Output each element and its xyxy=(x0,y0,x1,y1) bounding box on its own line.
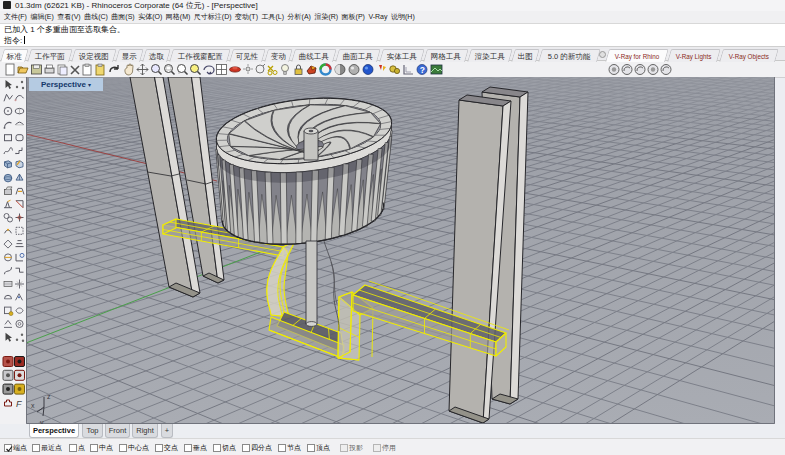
svg-text:z: z xyxy=(47,393,51,400)
svg-text:x: x xyxy=(31,402,35,409)
svg-text:?: ? xyxy=(420,65,425,75)
svg-text:F: F xyxy=(16,399,22,409)
